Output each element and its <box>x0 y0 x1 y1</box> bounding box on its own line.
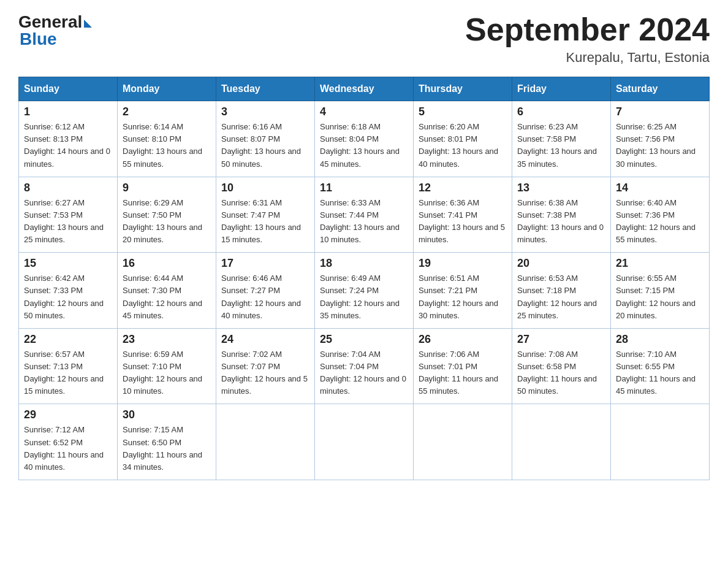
calendar-table: SundayMondayTuesdayWednesdayThursdayFrid… <box>18 77 710 480</box>
day-number: 1 <box>24 105 112 118</box>
day-number: 21 <box>616 257 704 270</box>
day-number: 17 <box>221 257 309 270</box>
calendar-cell: 26Sunrise: 7:06 AMSunset: 7:01 PMDayligh… <box>414 328 512 404</box>
day-info: Sunrise: 6:44 AMSunset: 7:30 PMDaylight:… <box>123 272 211 322</box>
calendar-title: September 2024 <box>465 12 710 47</box>
logo-blue-text: Blue <box>20 29 57 49</box>
day-info: Sunrise: 7:04 AMSunset: 7:04 PMDaylight:… <box>320 348 408 398</box>
calendar-cell: 8Sunrise: 6:27 AMSunset: 7:53 PMDaylight… <box>19 177 118 253</box>
day-info: Sunrise: 6:33 AMSunset: 7:44 PMDaylight:… <box>320 197 408 247</box>
day-number: 9 <box>123 182 211 194</box>
calendar-week-row: 29Sunrise: 7:12 AMSunset: 6:52 PMDayligh… <box>19 404 710 480</box>
calendar-cell: 11Sunrise: 6:33 AMSunset: 7:44 PMDayligh… <box>315 177 414 253</box>
day-info: Sunrise: 6:18 AMSunset: 8:04 PMDaylight:… <box>320 121 408 170</box>
day-number: 14 <box>616 182 704 194</box>
day-number: 30 <box>123 408 211 421</box>
day-number: 24 <box>221 333 309 346</box>
day-number: 7 <box>616 105 704 118</box>
calendar-cell: 19Sunrise: 6:51 AMSunset: 7:21 PMDayligh… <box>414 253 512 329</box>
day-number: 18 <box>320 257 408 270</box>
day-of-week-wednesday: Wednesday <box>315 77 414 101</box>
calendar-cell: 14Sunrise: 6:40 AMSunset: 7:36 PMDayligh… <box>611 177 710 253</box>
calendar-cell: 23Sunrise: 6:59 AMSunset: 7:10 PMDayligh… <box>118 328 216 404</box>
calendar-cell: 12Sunrise: 6:36 AMSunset: 7:41 PMDayligh… <box>414 177 512 253</box>
calendar-cell <box>315 404 414 480</box>
day-info: Sunrise: 6:27 AMSunset: 7:53 PMDaylight:… <box>24 197 112 247</box>
day-of-week-friday: Friday <box>512 77 611 101</box>
calendar-cell: 22Sunrise: 6:57 AMSunset: 7:13 PMDayligh… <box>19 328 118 404</box>
day-number: 12 <box>419 182 507 194</box>
day-number: 15 <box>24 257 112 270</box>
day-info: Sunrise: 7:02 AMSunset: 7:07 PMDaylight:… <box>221 348 309 398</box>
calendar-week-row: 8Sunrise: 6:27 AMSunset: 7:53 PMDaylight… <box>19 177 710 253</box>
day-info: Sunrise: 6:46 AMSunset: 7:27 PMDaylight:… <box>221 272 309 322</box>
day-info: Sunrise: 7:06 AMSunset: 7:01 PMDaylight:… <box>419 348 507 398</box>
day-number: 2 <box>123 105 211 118</box>
calendar-cell: 30Sunrise: 7:15 AMSunset: 6:50 PMDayligh… <box>118 404 216 480</box>
calendar-cell: 9Sunrise: 6:29 AMSunset: 7:50 PMDaylight… <box>118 177 216 253</box>
day-info: Sunrise: 7:08 AMSunset: 6:58 PMDaylight:… <box>517 348 605 398</box>
day-number: 23 <box>123 333 211 346</box>
calendar-cell: 29Sunrise: 7:12 AMSunset: 6:52 PMDayligh… <box>19 404 118 480</box>
day-info: Sunrise: 6:53 AMSunset: 7:18 PMDaylight:… <box>517 272 605 322</box>
day-info: Sunrise: 6:55 AMSunset: 7:15 PMDaylight:… <box>616 272 704 322</box>
day-info: Sunrise: 6:23 AMSunset: 7:58 PMDaylight:… <box>517 121 605 170</box>
day-of-week-tuesday: Tuesday <box>216 77 315 101</box>
day-number: 13 <box>517 182 605 194</box>
calendar-cell: 25Sunrise: 7:04 AMSunset: 7:04 PMDayligh… <box>315 328 414 404</box>
calendar-cell: 21Sunrise: 6:55 AMSunset: 7:15 PMDayligh… <box>611 253 710 329</box>
calendar-cell: 27Sunrise: 7:08 AMSunset: 6:58 PMDayligh… <box>512 328 611 404</box>
day-of-week-thursday: Thursday <box>414 77 512 101</box>
page-header: General Blue September 2024 Kurepalu, Ta… <box>18 12 710 66</box>
calendar-cell: 20Sunrise: 6:53 AMSunset: 7:18 PMDayligh… <box>512 253 611 329</box>
day-info: Sunrise: 6:16 AMSunset: 8:07 PMDaylight:… <box>221 121 309 170</box>
logo-triangle-icon <box>84 20 92 28</box>
calendar-cell: 28Sunrise: 7:10 AMSunset: 6:55 PMDayligh… <box>611 328 710 404</box>
day-of-week-sunday: Sunday <box>19 77 118 101</box>
calendar-cell: 10Sunrise: 6:31 AMSunset: 7:47 PMDayligh… <box>216 177 315 253</box>
day-info: Sunrise: 6:12 AMSunset: 8:13 PMDaylight:… <box>24 121 112 170</box>
calendar-week-row: 1Sunrise: 6:12 AMSunset: 8:13 PMDaylight… <box>19 101 710 177</box>
day-number: 11 <box>320 182 408 194</box>
day-info: Sunrise: 6:20 AMSunset: 8:01 PMDaylight:… <box>419 121 507 170</box>
day-number: 3 <box>221 105 309 118</box>
day-info: Sunrise: 6:51 AMSunset: 7:21 PMDaylight:… <box>419 272 507 322</box>
day-info: Sunrise: 6:49 AMSunset: 7:24 PMDaylight:… <box>320 272 408 322</box>
day-info: Sunrise: 6:40 AMSunset: 7:36 PMDaylight:… <box>616 197 704 247</box>
day-number: 25 <box>320 333 408 346</box>
calendar-cell: 7Sunrise: 6:25 AMSunset: 7:56 PMDaylight… <box>611 101 710 177</box>
day-number: 29 <box>24 408 112 421</box>
day-info: Sunrise: 6:14 AMSunset: 8:10 PMDaylight:… <box>123 121 211 170</box>
day-number: 20 <box>517 257 605 270</box>
calendar-cell <box>512 404 611 480</box>
calendar-cell: 3Sunrise: 6:16 AMSunset: 8:07 PMDaylight… <box>216 101 315 177</box>
day-number: 8 <box>24 182 112 194</box>
calendar-cell: 18Sunrise: 6:49 AMSunset: 7:24 PMDayligh… <box>315 253 414 329</box>
day-info: Sunrise: 6:29 AMSunset: 7:50 PMDaylight:… <box>123 197 211 247</box>
day-number: 27 <box>517 333 605 346</box>
calendar-cell: 15Sunrise: 6:42 AMSunset: 7:33 PMDayligh… <box>19 253 118 329</box>
day-info: Sunrise: 6:42 AMSunset: 7:33 PMDaylight:… <box>24 272 112 322</box>
title-block: September 2024 Kurepalu, Tartu, Estonia <box>465 12 710 66</box>
day-info: Sunrise: 6:25 AMSunset: 7:56 PMDaylight:… <box>616 121 704 170</box>
day-of-week-monday: Monday <box>118 77 216 101</box>
logo: General Blue <box>18 12 92 49</box>
day-info: Sunrise: 6:57 AMSunset: 7:13 PMDaylight:… <box>24 348 112 398</box>
calendar-header-row: SundayMondayTuesdayWednesdayThursdayFrid… <box>19 77 710 101</box>
day-info: Sunrise: 7:15 AMSunset: 6:50 PMDaylight:… <box>123 424 211 473</box>
day-number: 28 <box>616 333 704 346</box>
calendar-cell: 13Sunrise: 6:38 AMSunset: 7:38 PMDayligh… <box>512 177 611 253</box>
calendar-cell: 17Sunrise: 6:46 AMSunset: 7:27 PMDayligh… <box>216 253 315 329</box>
calendar-week-row: 22Sunrise: 6:57 AMSunset: 7:13 PMDayligh… <box>19 328 710 404</box>
day-info: Sunrise: 6:36 AMSunset: 7:41 PMDaylight:… <box>419 197 507 247</box>
calendar-cell: 24Sunrise: 7:02 AMSunset: 7:07 PMDayligh… <box>216 328 315 404</box>
day-number: 10 <box>221 182 309 194</box>
calendar-cell <box>216 404 315 480</box>
day-number: 4 <box>320 105 408 118</box>
calendar-week-row: 15Sunrise: 6:42 AMSunset: 7:33 PMDayligh… <box>19 253 710 329</box>
day-number: 6 <box>517 105 605 118</box>
day-info: Sunrise: 7:12 AMSunset: 6:52 PMDaylight:… <box>24 424 112 473</box>
day-info: Sunrise: 6:59 AMSunset: 7:10 PMDaylight:… <box>123 348 211 398</box>
day-number: 16 <box>123 257 211 270</box>
calendar-cell <box>414 404 512 480</box>
